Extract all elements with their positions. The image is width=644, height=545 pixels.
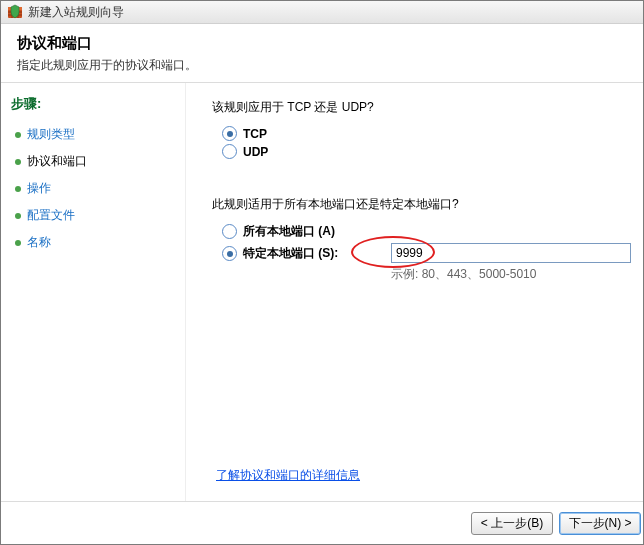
step-label: 名称	[27, 234, 51, 251]
port-question: 此规则适用于所有本地端口还是特定本地端口?	[212, 196, 635, 213]
step-dot-icon	[15, 240, 21, 246]
step-dot-icon	[15, 159, 21, 165]
wizard-header: 协议和端口 指定此规则应用于的协议和端口。	[1, 24, 643, 83]
next-button[interactable]: 下一步(N) >	[559, 512, 641, 535]
protocol-question: 该规则应用于 TCP 还是 UDP?	[212, 99, 635, 116]
all-ports-radio[interactable]	[222, 224, 237, 239]
udp-radio[interactable]	[222, 144, 237, 159]
annotation-ring	[351, 236, 435, 268]
step-protocol-port[interactable]: 协议和端口	[11, 148, 175, 175]
titlebar: 新建入站规则向导	[1, 1, 643, 24]
port-example: 示例: 80、443、5000-5010	[391, 266, 631, 283]
tcp-radio[interactable]	[222, 126, 237, 141]
steps-sidebar: 步骤: 规则类型 协议和端口 操作 配置文件 名称	[1, 83, 186, 502]
page-subtitle: 指定此规则应用于的协议和端口。	[17, 57, 627, 74]
step-label: 协议和端口	[27, 153, 87, 170]
wizard-footer: < 上一步(B) 下一步(N) >	[1, 501, 643, 544]
step-rule-type[interactable]: 规则类型	[11, 121, 175, 148]
wizard-content: 该规则应用于 TCP 还是 UDP? TCP UDP 此规则适用于所有本地端口还…	[186, 83, 643, 502]
learn-more-link[interactable]: 了解协议和端口的详细信息	[216, 468, 360, 482]
step-label: 配置文件	[27, 207, 75, 224]
step-profile[interactable]: 配置文件	[11, 202, 175, 229]
step-dot-icon	[15, 213, 21, 219]
steps-heading: 步骤:	[11, 95, 175, 113]
step-label: 操作	[27, 180, 51, 197]
wizard-window: 新建入站规则向导 协议和端口 指定此规则应用于的协议和端口。 步骤: 规则类型 …	[0, 0, 644, 545]
step-name[interactable]: 名称	[11, 229, 175, 256]
window-title: 新建入站规则向导	[28, 1, 124, 23]
wizard-body: 步骤: 规则类型 协议和端口 操作 配置文件 名称	[1, 83, 643, 502]
step-label: 规则类型	[27, 126, 75, 143]
all-ports-label: 所有本地端口 (A)	[243, 223, 335, 240]
back-button[interactable]: < 上一步(B)	[471, 512, 553, 535]
tcp-label: TCP	[243, 127, 267, 141]
specific-ports-radio[interactable]	[222, 246, 237, 261]
step-action[interactable]: 操作	[11, 175, 175, 202]
step-dot-icon	[15, 132, 21, 138]
firewall-icon	[7, 4, 23, 20]
tcp-radio-row[interactable]: TCP	[222, 126, 635, 141]
udp-label: UDP	[243, 145, 268, 159]
info-link-row: 了解协议和端口的详细信息	[216, 467, 360, 484]
udp-radio-row[interactable]: UDP	[222, 144, 635, 159]
page-title: 协议和端口	[17, 34, 627, 53]
step-dot-icon	[15, 186, 21, 192]
all-ports-radio-row[interactable]: 所有本地端口 (A)	[222, 223, 635, 240]
